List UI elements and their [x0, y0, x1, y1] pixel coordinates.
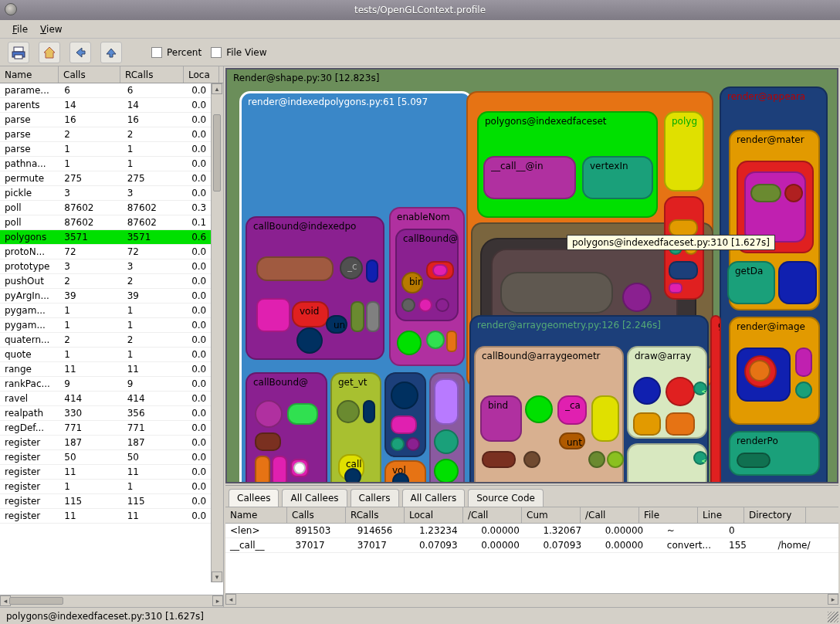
treemap-node[interactable]: [669, 219, 698, 236]
treemap-node[interactable]: [366, 259, 378, 283]
table-row[interactable]: register1151150.0: [0, 494, 223, 509]
function-list-body[interactable]: parame...660.0parents14140.0parse16160.0…: [0, 83, 223, 595]
treemap-node[interactable]: [778, 261, 817, 304]
table-row[interactable]: register50500.0: [0, 450, 223, 465]
treemap-node[interactable]: polyg: [664, 111, 704, 192]
table-row[interactable]: <len>8915039146561.232340.000001.320670.…: [225, 524, 838, 538]
treemap-node[interactable]: [622, 283, 652, 312]
home-button[interactable]: [39, 42, 60, 63]
table-row[interactable]: realpath3303560.0: [0, 406, 223, 421]
col-header-rcalls[interactable]: RCalls: [120, 66, 184, 83]
table-row[interactable]: rankPac...990.0: [0, 377, 223, 392]
treemap-view[interactable]: Render@shape.py:30 [12.823s] render@inde…: [225, 68, 838, 483]
treemap-node[interactable]: [633, 412, 661, 436]
treemap-node[interactable]: bin: [401, 272, 423, 293]
details-col-header[interactable]: Local: [405, 507, 463, 523]
treemap-node[interactable]: [435, 298, 449, 312]
menu-file[interactable]: File: [8, 22, 32, 36]
treemap-node[interactable]: [391, 415, 417, 434]
treemap-node[interactable]: [366, 301, 380, 332]
table-row[interactable]: parse220.0: [0, 127, 223, 142]
treemap-node[interactable]: [434, 459, 459, 483]
details-col-header[interactable]: Directory: [744, 507, 806, 523]
scroll-up-icon[interactable]: ▴: [212, 83, 222, 94]
treemap-node[interactable]: [591, 395, 619, 442]
table-row[interactable]: parse16160.0: [0, 113, 223, 127]
treemap-node[interactable]: [795, 382, 812, 398]
table-row[interactable]: pushOut220.0: [0, 274, 223, 289]
table-row[interactable]: pathna...110.0: [0, 157, 223, 171]
treemap-node[interactable]: [391, 382, 418, 409]
col-header-name[interactable]: Name: [0, 66, 59, 83]
scroll-right-icon[interactable]: ▸: [828, 594, 838, 605]
table-row[interactable]: parents14140.0: [0, 98, 223, 113]
table-row[interactable]: pygam...110.0: [0, 318, 223, 333]
table-row[interactable]: pickle330.0: [0, 186, 223, 201]
table-row[interactable]: ravel4144140.0: [0, 392, 223, 406]
table-row[interactable]: register110.0: [0, 480, 223, 494]
treemap-node[interactable]: g: [710, 315, 721, 483]
details-hscrollbar[interactable]: ◂ ▸: [225, 593, 838, 605]
details-col-header[interactable]: File: [639, 507, 698, 523]
treemap-node[interactable]: [446, 331, 457, 352]
treemap-node[interactable]: [795, 348, 812, 377]
tab-callers[interactable]: Callers: [351, 489, 399, 507]
treemap-node[interactable]: _c: [340, 256, 363, 280]
treemap-node[interactable]: [482, 451, 516, 468]
table-row[interactable]: permute2752750.0: [0, 171, 223, 186]
treemap-node[interactable]: <: [693, 451, 707, 465]
treemap-node[interactable]: <: [693, 382, 707, 395]
table-row[interactable]: protoN...72720.0: [0, 245, 223, 259]
details-col-header[interactable]: /Call: [581, 507, 639, 523]
details-col-header[interactable]: /Call: [463, 507, 522, 523]
treemap-node[interactable]: [426, 331, 445, 349]
details-col-header[interactable]: Name: [225, 507, 287, 523]
treemap-node[interactable]: [391, 437, 405, 451]
table-row[interactable]: pyArgIn...39390.0: [0, 289, 223, 304]
table-row[interactable]: regDef...7717710.0: [0, 421, 223, 436]
fileview-checkbox[interactable]: File View: [211, 47, 266, 58]
treemap-node[interactable]: [255, 432, 281, 451]
treemap-node[interactable]: getDa: [727, 261, 775, 304]
table-row[interactable]: register1871870.0: [0, 436, 223, 450]
treemap-node[interactable]: void: [292, 301, 329, 327]
treemap-node[interactable]: [666, 412, 695, 436]
scroll-right-icon[interactable]: ▸: [212, 595, 223, 606]
treemap-node[interactable]: [401, 298, 415, 312]
table-row[interactable]: pygam...110.0: [0, 304, 223, 318]
treemap-node[interactable]: [784, 184, 803, 202]
treemap-node[interactable]: [525, 395, 553, 423]
tab-all-callees[interactable]: All Callees: [282, 489, 347, 507]
details-col-header[interactable]: Cum: [522, 507, 581, 523]
treemap-node[interactable]: vertexIn: [582, 156, 653, 199]
treemap-node[interactable]: [293, 462, 306, 474]
vertical-scrollbar[interactable]: ▴ ▾: [211, 83, 223, 582]
table-row[interactable]: quote110.0: [0, 348, 223, 362]
treemap-node[interactable]: [588, 451, 605, 468]
table-row[interactable]: parame...660.0: [0, 83, 223, 98]
details-body[interactable]: <len>8915039146561.232340.000001.320670.…: [225, 524, 838, 593]
details-col-header[interactable]: RCalls: [346, 507, 405, 523]
col-header-local[interactable]: Loca: [184, 66, 219, 83]
treemap-node[interactable]: [344, 468, 361, 483]
treemap-node[interactable]: [434, 429, 459, 454]
treemap-node[interactable]: _ca: [557, 395, 587, 425]
table-row[interactable]: prototype330.0: [0, 259, 223, 274]
treemap-node[interactable]: [432, 264, 448, 276]
treemap-node[interactable]: bind: [480, 395, 522, 442]
tab-all-callers[interactable]: All Callers: [402, 489, 466, 507]
treemap-node[interactable]: [418, 298, 432, 312]
treemap-node[interactable]: [351, 301, 364, 332]
print-button[interactable]: [8, 42, 29, 63]
table-row[interactable]: parse110.0: [0, 142, 223, 157]
treemap-node[interactable]: [287, 403, 318, 425]
treemap-node[interactable]: [744, 171, 806, 242]
col-header-calls[interactable]: Calls: [59, 66, 120, 83]
table-row[interactable]: poll87602876020.3: [0, 201, 223, 215]
tab-callees[interactable]: Callees: [229, 489, 279, 507]
treemap-node[interactable]: [666, 377, 695, 406]
treemap-node[interactable]: [256, 256, 334, 281]
treemap-node[interactable]: [272, 456, 287, 483]
treemap-node[interactable]: [669, 283, 682, 293]
treemap-node[interactable]: [363, 400, 375, 423]
